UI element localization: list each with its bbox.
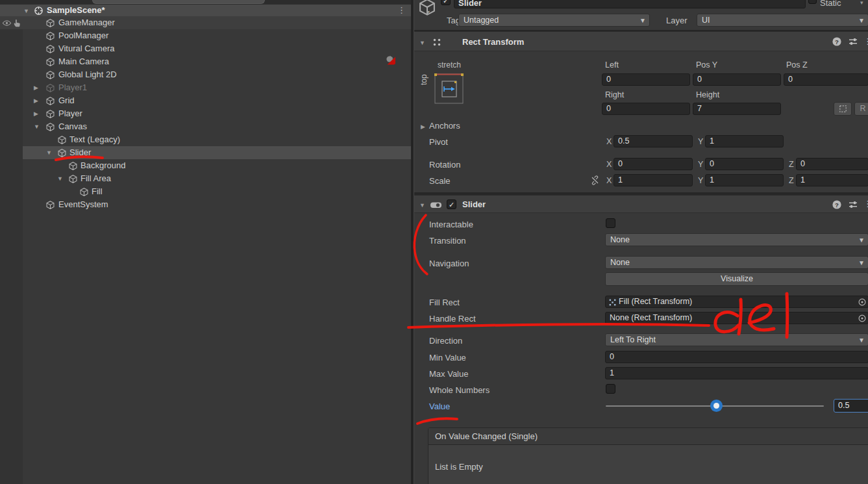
foldout-open-icon[interactable]: ▼ — [419, 39, 425, 47]
foldout-closed-icon[interactable]: ▶ — [421, 123, 425, 131]
hierarchy-row-main-camera[interactable]: Main Camera — [0, 55, 411, 68]
visibility-eye-icon[interactable] — [2, 18, 12, 28]
hierarchy-item-label: Main Camera — [58, 57, 109, 66]
foldout-open-icon[interactable]: ▼ — [23, 7, 29, 15]
foldout-open-icon[interactable]: ▼ — [419, 201, 425, 209]
pivot-x-field[interactable]: 0.5 — [614, 135, 693, 147]
foldout-open-icon[interactable]: ▼ — [57, 175, 63, 183]
help-icon[interactable] — [832, 199, 842, 210]
hierarchy-row-player1[interactable]: ▶ Player1 — [0, 81, 411, 94]
posz-field[interactable]: 0 — [784, 73, 868, 86]
event-header: On Value Changed (Single) — [428, 428, 868, 445]
rotation-x-field[interactable]: 0 — [614, 158, 693, 170]
min-value-label: Min Value — [429, 353, 466, 363]
interactable-checkbox[interactable] — [606, 218, 615, 228]
foldout-closed-icon[interactable]: ▶ — [34, 97, 38, 105]
hierarchy-row-player[interactable]: ▶ Player — [0, 107, 411, 120]
hierarchy-row-poolmanager[interactable]: PoolManager — [0, 29, 411, 42]
scale-z-field[interactable]: 1 — [796, 174, 868, 186]
fill-rect-object-field[interactable]: Fill (Rect Transform) — [605, 296, 868, 308]
gameobject-name-field[interactable]: Slider — [454, 0, 806, 8]
hierarchy-row-fill-area[interactable]: ▼ Fill Area — [0, 172, 411, 185]
navigation-dropdown[interactable]: None ▼ — [605, 256, 868, 269]
layer-dropdown[interactable]: UI ▼ — [697, 14, 868, 27]
posy-field[interactable]: 0 — [693, 73, 781, 86]
blueprint-mode-button[interactable] — [834, 102, 852, 116]
object-picker-icon[interactable] — [858, 298, 867, 307]
transition-dropdown[interactable]: None ▼ — [605, 233, 868, 246]
right-field[interactable]: 0 — [602, 103, 690, 115]
static-dropdown-arrow[interactable]: ▾ — [860, 0, 863, 6]
pickability-hand-icon[interactable] — [12, 18, 22, 28]
hierarchy-row-eventsystem[interactable]: EventSystem — [0, 198, 411, 211]
rect-tool-icon — [432, 37, 442, 47]
rotation-z-field[interactable]: 0 — [796, 158, 868, 170]
hierarchy-row-background[interactable]: Background — [0, 159, 411, 172]
anchor-mode-horizontal: stretch — [438, 60, 461, 70]
height-field[interactable]: 7 — [693, 103, 781, 115]
handle-rect-object-field[interactable]: None (Rect Transform) — [605, 312, 868, 324]
tag-dropdown[interactable]: Untagged ▼ — [458, 14, 650, 27]
navigation-label: Navigation — [429, 259, 469, 268]
chevron-down-icon: ▼ — [858, 257, 865, 269]
hierarchy-item-label: Global Light 2D — [58, 70, 117, 79]
search-field-edge[interactable] — [92, 0, 265, 4]
slider-component-icon — [430, 201, 443, 209]
value-field[interactable]: 0.5 — [834, 399, 868, 413]
help-icon[interactable] — [832, 36, 842, 47]
component-enabled-checkbox[interactable]: ✓ — [447, 199, 456, 209]
kebab-menu-icon[interactable]: ⋮ — [863, 199, 868, 209]
min-value-field[interactable]: 0 — [605, 351, 868, 363]
hierarchy-row-slider-selected[interactable]: ▼ Slider — [23, 146, 411, 159]
hierarchy-row-text-legacy[interactable]: Text (Legacy) — [0, 133, 411, 146]
active-checkbox[interactable]: ✓ — [441, 0, 451, 5]
hierarchy-item-label: Vitural Camera — [58, 44, 114, 53]
scene-row[interactable]: ▼ SampleScene* ⋮ — [0, 5, 411, 16]
axis-y-label: Y — [698, 176, 703, 185]
rect-transform-header[interactable]: ▼ Rect Transform ⋮ — [414, 31, 868, 51]
foldout-open-icon[interactable]: ▼ — [34, 123, 40, 131]
max-value-field[interactable]: 1 — [605, 367, 868, 379]
axis-x-label: X — [606, 176, 612, 185]
scale-x-field[interactable]: 1 — [614, 174, 693, 186]
hierarchy-item-label: PoolManager — [58, 31, 108, 40]
hierarchy-panel: ▼ SampleScene* ⋮ GameManager PoolManager… — [0, 0, 411, 484]
scene-title: SampleScene* — [47, 5, 105, 15]
preset-icon[interactable] — [848, 199, 858, 210]
hierarchy-item-label: Player1 — [58, 83, 87, 92]
hierarchy-row-fill[interactable]: Fill — [0, 185, 411, 198]
visualize-button[interactable]: Visualize — [605, 272, 868, 286]
pivot-y-field[interactable]: 1 — [705, 135, 784, 147]
foldout-closed-icon[interactable]: ▶ — [34, 84, 38, 92]
object-picker-icon[interactable] — [858, 314, 867, 323]
value-slider-handle[interactable] — [710, 400, 723, 412]
hierarchy-row-global-light[interactable]: Global Light 2D — [0, 68, 411, 81]
hierarchy-row-gamemanager[interactable]: GameManager — [0, 16, 411, 29]
hierarchy-item-label: Canvas — [58, 121, 87, 131]
whole-numbers-checkbox[interactable] — [606, 384, 615, 394]
hierarchy-item-label: Player — [58, 108, 82, 118]
preset-icon[interactable] — [848, 36, 858, 47]
hierarchy-row-vitural-camera[interactable]: Vitural Camera — [0, 42, 411, 55]
on-value-changed-event-box: On Value Changed (Single) List is Empty — [428, 427, 868, 484]
scale-y-field[interactable]: 1 — [705, 174, 784, 186]
gameobject-cube-icon — [45, 200, 55, 210]
direction-dropdown[interactable]: Left To Right ▼ — [605, 333, 868, 346]
kebab-menu-icon[interactable]: ⋮ — [397, 5, 406, 16]
anchors-label[interactable]: Anchors — [429, 121, 460, 131]
icon-dropdown-arrow[interactable]: ▾ — [427, 8, 430, 16]
hierarchy-row-canvas[interactable]: ▼ Canvas — [0, 120, 411, 133]
foldout-open-icon[interactable]: ▼ — [46, 149, 52, 157]
raw-edit-mode-button[interactable]: R — [854, 102, 868, 116]
static-checkbox[interactable] — [808, 0, 817, 4]
anchor-preset-widget[interactable] — [434, 73, 464, 104]
gameobject-cube-icon — [45, 44, 55, 54]
hierarchy-row-grid[interactable]: ▶ Grid — [0, 94, 411, 107]
foldout-closed-icon[interactable]: ▶ — [34, 110, 38, 118]
kebab-menu-icon[interactable]: ⋮ — [863, 36, 868, 47]
gameobject-cube-icon — [45, 57, 55, 67]
unlink-constrain-icon[interactable] — [590, 175, 600, 185]
slider-component-header[interactable]: ▼ ✓ Slider ⋮ — [414, 195, 868, 213]
rotation-y-field[interactable]: 0 — [705, 158, 784, 170]
left-field[interactable]: 0 — [602, 73, 690, 86]
